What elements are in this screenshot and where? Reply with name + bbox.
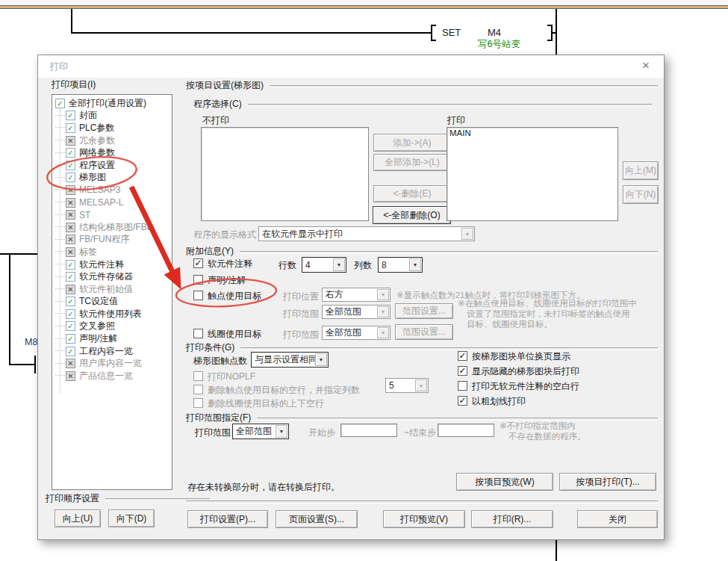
checkbox-checked-icon[interactable]: ✓ xyxy=(66,260,75,270)
chevron-down-icon[interactable]: ▼ xyxy=(377,289,389,300)
print-items-tree[interactable]: ✓全部打印(通用设置)✓封面✓PLC参数✕冗余参数✓网络参数✓程序设置✓梯形图✕… xyxy=(52,94,172,490)
del-coil-checkbox[interactable] xyxy=(193,398,203,408)
page-break-checkbox[interactable]: ✓ xyxy=(458,351,467,361)
chevron-down-icon[interactable]: ▼ xyxy=(461,228,473,240)
bold-lines-checkbox[interactable]: ✓ xyxy=(458,396,467,406)
tree-item[interactable]: ✕产品信息一览 xyxy=(55,370,172,382)
checkbox-excluded-icon[interactable]: ✕ xyxy=(66,136,75,146)
chevron-down-icon[interactable]: ▼ xyxy=(377,327,389,338)
checkbox-checked-icon[interactable]: ✓ xyxy=(66,334,75,344)
chevron-down-icon[interactable]: ▼ xyxy=(415,379,427,391)
order-down-button[interactable]: 向下(D) xyxy=(108,509,155,527)
checkbox-excluded-icon[interactable]: ✕ xyxy=(66,210,75,220)
checkbox-excluded-icon[interactable]: ✕ xyxy=(66,359,75,368)
checkbox-checked-icon[interactable]: ✓ xyxy=(66,272,75,282)
not-print-listbox[interactable] xyxy=(201,127,369,221)
chevron-down-icon[interactable]: ▼ xyxy=(409,258,421,271)
checkbox-checked-icon[interactable]: ✓ xyxy=(66,111,75,120)
print-by-item-button[interactable]: 按项目打印(T)... xyxy=(559,473,656,491)
print-settings-button[interactable]: 打印设置(P)... xyxy=(187,510,268,528)
coil-range-combo[interactable]: 全部范围 ▼ xyxy=(322,326,391,340)
chevron-down-icon[interactable]: ▼ xyxy=(315,353,327,366)
tree-item[interactable]: ✕标签 xyxy=(55,246,172,258)
checkbox-checked-icon[interactable]: ✓ xyxy=(66,347,75,356)
tree-item[interactable]: ✕冗余参数 xyxy=(55,134,172,147)
page-settings-button[interactable]: 页面设置(S)... xyxy=(276,510,358,528)
contact-usage-checkbox[interactable] xyxy=(193,291,203,300)
start-step-input[interactable] xyxy=(340,424,397,437)
display-format-combo[interactable]: 在软元件显示中打印 ▼ xyxy=(258,226,475,241)
device-comment-checkbox[interactable]: ✓ xyxy=(193,258,203,268)
preview-by-item-button[interactable]: 按项目预览(W) xyxy=(456,473,553,491)
tree-item[interactable]: ✓TC设定值 xyxy=(55,296,172,309)
checkbox-excluded-icon[interactable]: ✕ xyxy=(66,371,75,381)
order-up-button[interactable]: 向上(U) xyxy=(55,509,101,527)
checkbox-checked-icon[interactable]: ✓ xyxy=(66,148,75,158)
remove-all-button[interactable]: <-全部删除(O) xyxy=(373,206,451,224)
tree-item[interactable]: ✓声明/注解 xyxy=(55,332,172,345)
program-down-button[interactable]: 向下(N) xyxy=(623,185,659,204)
dialog-titlebar[interactable]: 打印 × xyxy=(38,55,664,78)
checkbox-checked-icon[interactable]: ✓ xyxy=(55,99,65,108)
cols-combo[interactable]: 8 ▼ xyxy=(378,257,423,273)
tree-item[interactable]: ✓软元件存储器 xyxy=(55,270,172,283)
checkbox-excluded-icon[interactable]: ✕ xyxy=(66,198,75,208)
print-list-item[interactable]: MAIN xyxy=(447,128,617,137)
close-icon[interactable]: × xyxy=(637,57,655,75)
tree-item[interactable]: ✕结构化梯形图/FBD xyxy=(55,221,172,234)
chevron-down-icon[interactable]: ▼ xyxy=(333,258,345,271)
tree-item[interactable]: ✓交叉参照 xyxy=(55,320,172,333)
tree-item[interactable]: ✓封面 xyxy=(55,110,172,123)
tree-item[interactable]: ✕MELSAP-L xyxy=(55,196,172,209)
contact-range-combo[interactable]: 全部范围 ▼ xyxy=(322,305,391,319)
tree-item[interactable]: ✓PLC参数 xyxy=(55,122,172,134)
tree-item[interactable]: ✓软元件注释 xyxy=(55,258,172,271)
chevron-down-icon[interactable]: ▼ xyxy=(377,306,389,317)
checkbox-checked-icon[interactable]: ✓ xyxy=(66,297,75,306)
tree-item[interactable]: ✕MELSAP3 xyxy=(55,184,172,196)
hidden-blocks-checkbox[interactable]: ✓ xyxy=(458,366,467,376)
del-contact-checkbox[interactable] xyxy=(193,385,203,394)
tree-item[interactable]: ✕用户库内容一览 xyxy=(55,357,172,370)
checkbox-checked-icon[interactable]: ✓ xyxy=(66,161,75,170)
rows-combo[interactable]: 4 ▼ xyxy=(302,257,346,273)
print-button[interactable]: 打印(R)... xyxy=(471,510,553,528)
range-spec-combo[interactable]: 全部范围 ▼ xyxy=(232,424,289,439)
del-contact-columns-combo[interactable]: 5 ▼ xyxy=(385,378,429,393)
add-button[interactable]: 添加->(A) xyxy=(373,134,451,152)
program-up-button[interactable]: 向上(M) xyxy=(623,161,659,180)
end-step-input[interactable] xyxy=(438,424,494,437)
checkbox-excluded-icon[interactable]: ✕ xyxy=(66,247,75,257)
tree-item[interactable]: ✕FB/FUN程序 xyxy=(55,234,172,247)
contact-range-setting-button[interactable]: 范围设置... xyxy=(395,303,453,319)
tree-item[interactable]: ✓程序设置 xyxy=(55,159,172,172)
tree-item[interactable]: ✓工程内容一览 xyxy=(55,345,172,358)
noplf-checkbox[interactable] xyxy=(193,371,203,381)
coil-range-setting-button[interactable]: 范围设置... xyxy=(395,324,453,340)
checkbox-checked-icon[interactable]: ✓ xyxy=(66,309,75,319)
checkbox-excluded-icon[interactable]: ✕ xyxy=(66,285,75,294)
checkbox-excluded-icon[interactable]: ✕ xyxy=(66,223,75,232)
remove-button[interactable]: <-删除(E) xyxy=(373,185,451,202)
checkbox-excluded-icon[interactable]: ✕ xyxy=(66,185,75,195)
tree-item[interactable]: ✕软元件初始值 xyxy=(55,283,172,296)
print-position-combo[interactable]: 右方 ▼ xyxy=(322,288,391,302)
print-preview-button[interactable]: 打印预览(V) xyxy=(383,510,465,528)
tree-item[interactable]: ✕ST xyxy=(55,208,172,221)
close-button[interactable]: 关闭 xyxy=(577,510,658,528)
coil-usage-checkbox[interactable] xyxy=(193,329,203,338)
print-listbox[interactable]: MAIN xyxy=(447,127,618,221)
chevron-down-icon[interactable]: ▼ xyxy=(276,425,287,438)
statement-checkbox[interactable] xyxy=(193,275,203,285)
tree-item[interactable]: ✓梯形图 xyxy=(55,172,172,185)
tree-item[interactable]: ✓全部打印(通用设置) xyxy=(55,97,172,110)
add-all-button[interactable]: 全部添加->(L) xyxy=(373,154,451,171)
checkbox-checked-icon[interactable]: ✓ xyxy=(66,123,75,133)
contact-count-combo[interactable]: 与显示设置相同 ▼ xyxy=(251,352,329,368)
checkbox-excluded-icon[interactable]: ✕ xyxy=(66,235,75,244)
tree-item[interactable]: ✓软元件使用列表 xyxy=(55,308,172,320)
tree-item[interactable]: ✓网络参数 xyxy=(55,146,172,159)
blank-rows-checkbox[interactable] xyxy=(458,381,467,391)
checkbox-checked-icon[interactable]: ✓ xyxy=(66,321,75,331)
checkbox-checked-icon[interactable]: ✓ xyxy=(66,173,75,182)
